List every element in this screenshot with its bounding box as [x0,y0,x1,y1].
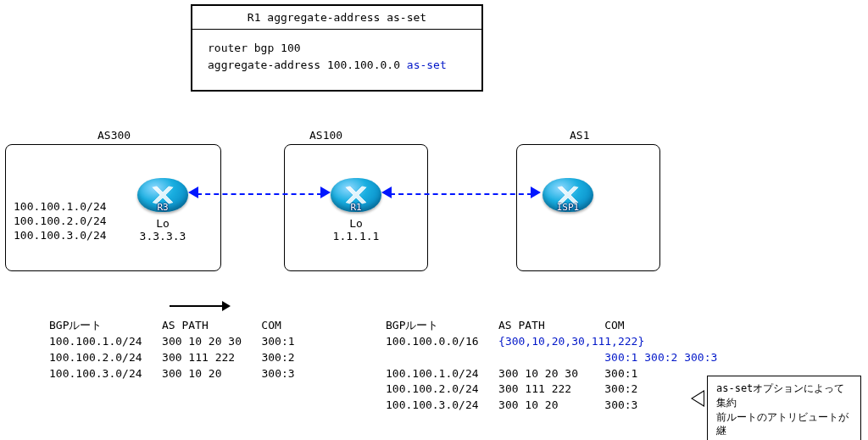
rt-a2: 300 10 20 [498,398,558,411]
as300-route-2: 100.100.2.0/24 [14,214,107,229]
arrowhead-right-2 [531,187,541,198]
as300-route-3: 100.100.3.0/24 [14,229,107,243]
router-r1: R1 Lo 1.1.1.1 [331,178,381,242]
rt-agg-a: {300,10,20,30,111,222} [498,335,644,348]
lt-r1: 100.100.2.0/24 [49,351,142,364]
rt-h3: COM [604,319,624,331]
lt-a1: 300 111 222 [162,351,235,364]
lt-h2: AS PATH [162,319,209,331]
rt-agg-r: 100.100.0.0/16 [386,335,479,348]
as1-label: AS1 [570,129,589,142]
flow-arrow-left [170,305,229,307]
left-route-table: BGPルート AS PATH COM 100.100.1.0/24 300 10… [49,318,295,382]
rt-r0: 100.100.1.0/24 [386,367,479,380]
router-isp1: ISP1 [542,178,593,212]
lt-r0: 100.100.1.0/24 [49,335,142,348]
router-r3-sub: Lo 3.3.3.3 [137,217,188,242]
note-box: as-setオプションによって集約 前ルートのアトリビュートが継 承される [707,376,861,440]
rt-agg-c: 300:1 300:2 300:3 [604,351,717,364]
note-arrow-icon [691,390,704,407]
bgp-link-r3-r1 [197,193,322,195]
lt-a2: 300 10 20 [162,367,221,380]
as300-routes: 100.100.1.0/24 100.100.2.0/24 100.100.3.… [14,200,107,243]
router-isp1-name: ISP1 [542,202,593,213]
rt-r2: 100.100.3.0/24 [386,398,479,411]
bgp-link-r1-isp1 [390,193,532,195]
as100-label: AS100 [309,129,342,142]
arrowhead-right-1 [320,187,331,198]
rt-h1: BGPルート [386,319,438,331]
router-r3-name: R3 [137,202,188,213]
config-line2b: as-set [407,58,447,71]
router-r1-sub: Lo 1.1.1.1 [331,217,381,242]
lt-h1: BGPルート [49,319,102,331]
config-body: router bgp 100 aggregate-address 100.100… [192,30,481,90]
lt-h3: COM [261,319,281,331]
config-box: R1 aggregate-address as-set router bgp 1… [191,4,483,92]
rt-r1: 100.100.2.0/24 [386,382,479,395]
rt-h2: AS PATH [498,319,545,331]
lt-c1: 300:2 [261,351,294,364]
lt-a0: 300 10 20 30 [162,335,242,348]
router-r3: R3 Lo 3.3.3.3 [137,178,188,242]
rt-c1: 300:2 [604,382,637,395]
rt-a0: 300 10 20 30 [498,367,578,380]
lt-r2: 100.100.3.0/24 [49,367,142,380]
rt-c2: 300:3 [604,398,637,411]
lt-c2: 300:3 [261,367,294,380]
lt-c0: 300:1 [261,335,294,348]
right-route-table: BGPルート AS PATH COM 100.100.0.0/16 {300,1… [386,318,717,414]
config-line2a: aggregate-address 100.100.0.0 [208,58,407,71]
rt-c0: 300:1 [604,367,637,380]
rt-a1: 300 111 222 [498,382,571,395]
as300-label: AS300 [97,129,131,142]
config-line1: router bgp 100 [208,42,301,54]
note-line1: as-setオプションによって集約 [716,382,852,410]
as300-route-1: 100.100.1.0/24 [14,200,107,214]
note-line2: 前ルートのアトリビュートが継 [716,410,852,439]
arrowhead-left-2 [381,187,392,198]
config-title: R1 aggregate-address as-set [192,6,481,30]
arrowhead-left-1 [188,187,198,198]
router-r1-name: R1 [331,202,381,213]
